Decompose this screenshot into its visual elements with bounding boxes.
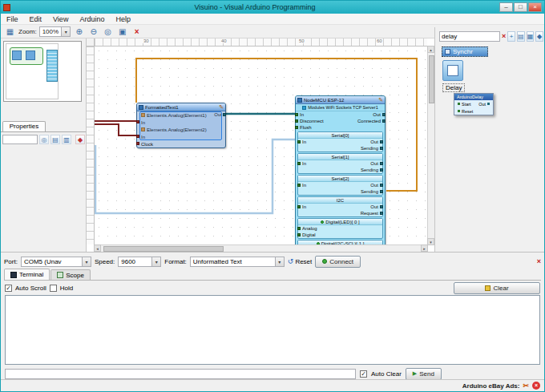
block-header[interactable]: NodeMCU ESP-12 ✎	[296, 96, 385, 104]
minimap[interactable]	[3, 41, 82, 102]
pin-row[interactable]: Request	[298, 210, 382, 216]
menu-edit[interactable]: Edit	[24, 14, 48, 24]
pin-icon[interactable]: ◆	[75, 135, 85, 144]
chevron-down-icon[interactable]: ▾	[275, 257, 284, 266]
delete-icon[interactable]: ×	[131, 26, 143, 37]
components-panel-icon[interactable]: ▦	[4, 26, 16, 37]
output-pin[interactable]	[380, 162, 383, 165]
auto-clear-checkbox[interactable]: ✓	[360, 370, 367, 378]
output-pin[interactable]	[380, 190, 383, 193]
vertical-scrollbar[interactable]: ▴ ▾	[427, 46, 434, 244]
menu-arduino[interactable]: Arduino	[74, 14, 110, 24]
output-pin[interactable]	[380, 205, 383, 208]
edit-pencil-icon[interactable]: ✎	[219, 104, 224, 111]
pin-toolbox-icon[interactable]: ◆	[535, 31, 543, 42]
pin-row[interactable]: Sending	[298, 145, 382, 152]
clear-search-icon[interactable]: ×	[502, 31, 506, 41]
hold-checkbox[interactable]	[50, 285, 57, 292]
add-component-icon[interactable]: +	[507, 31, 515, 42]
output-pin[interactable]	[223, 113, 226, 116]
pin-row[interactable]: Digital	[298, 232, 382, 238]
input-pin[interactable]	[295, 113, 298, 116]
output-pin[interactable]	[380, 212, 383, 215]
tab-terminal[interactable]: Terminal	[4, 269, 50, 280]
input-pin[interactable]	[297, 140, 301, 143]
pin-row[interactable]: Sending	[298, 188, 382, 195]
delay-component-icon[interactable]	[442, 60, 463, 81]
pin-row[interactable]: Analog	[298, 225, 382, 232]
pin-row[interactable]: Sending	[298, 167, 382, 173]
category-view-icon[interactable]: ▤	[517, 31, 525, 42]
block-ads-icon[interactable]: ×	[532, 382, 540, 390]
pin-row[interactable]: In Out	[298, 182, 382, 188]
close-button[interactable]: ×	[528, 2, 542, 12]
vertical-scroll-thumb[interactable]	[429, 55, 434, 103]
input-pin[interactable]	[297, 227, 301, 230]
pin-row[interactable]: Disconnect Connected	[296, 118, 385, 124]
output-pin[interactable]	[380, 147, 383, 150]
pin-row[interactable]: Elements.Analog(Element2)	[137, 126, 225, 133]
sort-icon[interactable]: ▥	[62, 135, 71, 144]
tab-scope[interactable]: Scope	[50, 269, 91, 280]
block-header[interactable]: FormattedText1 ✎	[137, 103, 225, 111]
edit-pencil-icon[interactable]: ✎	[378, 97, 383, 103]
auto-scroll-checkbox[interactable]: ✓	[5, 285, 12, 292]
output-pin[interactable]	[380, 168, 383, 172]
menu-help[interactable]: Help	[110, 14, 136, 24]
minimize-button[interactable]: –	[499, 2, 513, 12]
tab-properties[interactable]: Properties	[2, 121, 46, 131]
wire-dark-red-2[interactable]	[95, 124, 136, 135]
drawing-area[interactable]: FormattedText1 ✎ Elements.Analog(Element…	[95, 46, 427, 244]
chevron-down-icon[interactable]: ▾	[82, 257, 91, 266]
category-view-icon[interactable]: ▤	[50, 135, 60, 144]
scroll-right-icon[interactable]: ▸	[421, 244, 428, 252]
scissors-icon[interactable]: ✂	[523, 382, 529, 390]
scroll-down-icon[interactable]: ▾	[427, 238, 434, 245]
pin-row[interactable]: Flush	[296, 124, 385, 131]
input-pin[interactable]	[136, 120, 139, 123]
pin-row[interactable]: Clock	[137, 140, 225, 148]
reset-button[interactable]: ↺ Reset	[288, 257, 312, 265]
horizontal-scrollbar[interactable]: ◂ ▸	[95, 244, 427, 252]
search-icon[interactable]: ◎	[39, 135, 49, 144]
pin-row[interactable]: In Out	[298, 160, 382, 167]
wire-light-blue[interactable]	[95, 139, 295, 213]
output-pin[interactable]	[382, 113, 386, 116]
port-select[interactable]: COM5 (Unav ▾	[21, 257, 91, 267]
send-input[interactable]	[5, 369, 356, 379]
input-pin[interactable]	[136, 135, 139, 138]
format-select[interactable]: Unformatted Text ▾	[190, 257, 285, 267]
output-pin[interactable]	[382, 119, 386, 123]
menu-view[interactable]: View	[47, 14, 74, 24]
maximize-button[interactable]: □	[514, 2, 527, 12]
input-pin[interactable]	[295, 126, 298, 129]
pin-row[interactable]: In Out	[298, 204, 382, 210]
connect-button[interactable]: Connect	[315, 256, 361, 268]
input-pin[interactable]	[295, 119, 298, 123]
block-nodemcu[interactable]: NodeMCU ESP-12 ✎ Modules WiFi Sockets TC…	[295, 95, 386, 244]
scroll-left-icon[interactable]: ◂	[94, 244, 101, 252]
input-pin[interactable]	[297, 233, 301, 236]
clock-pin[interactable]	[136, 142, 139, 145]
input-pin[interactable]	[297, 205, 301, 208]
block-formattedtext1[interactable]: FormattedText1 ✎ Elements.Analog(Element…	[136, 103, 226, 148]
properties-search-input[interactable]	[2, 135, 38, 144]
flat-view-icon[interactable]: ▦	[527, 31, 535, 42]
chevron-down-icon[interactable]: ▾	[151, 257, 160, 266]
pin-row[interactable]: In	[137, 133, 225, 140]
pin-row[interactable]: In Out	[296, 111, 385, 118]
zoom-fit-icon[interactable]: ▣	[116, 26, 128, 37]
delay-component-label[interactable]: Delay	[442, 83, 465, 92]
send-button[interactable]: ▶ Send	[406, 368, 442, 380]
toolbox-category-synchr[interactable]: Synchr	[442, 46, 488, 57]
close-panel-icon[interactable]: ×	[537, 257, 541, 266]
toolbox-search-input[interactable]	[439, 31, 500, 42]
pin-row[interactable]: In Out	[298, 139, 382, 145]
horizontal-scroll-thumb[interactable]	[103, 246, 224, 252]
terminal-output[interactable]	[5, 295, 540, 365]
chevron-down-icon[interactable]: ▾	[61, 27, 70, 36]
pin-row[interactable]: Elements.Analog(Element1) Out	[137, 111, 225, 119]
output-pin[interactable]	[380, 140, 383, 143]
output-pin[interactable]	[380, 184, 383, 187]
scroll-up-icon[interactable]: ▴	[427, 46, 434, 53]
